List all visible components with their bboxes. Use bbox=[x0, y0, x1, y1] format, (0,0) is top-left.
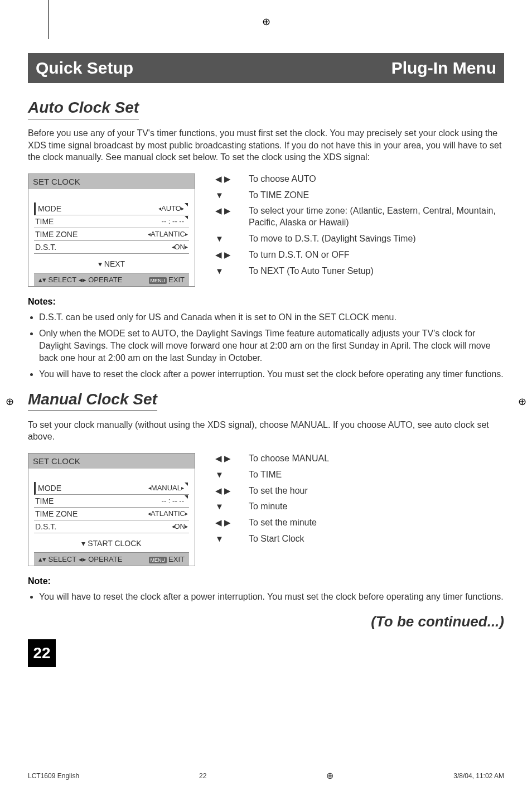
step-text: To choose AUTO bbox=[249, 173, 316, 185]
step-text: To TIME ZONE bbox=[249, 190, 309, 201]
osd-row-dst: D.S.T. ◂ON▸ bbox=[34, 520, 189, 533]
osd-value: MANUAL bbox=[151, 484, 181, 492]
step-text: To minute bbox=[249, 501, 287, 513]
footer-center: 22 bbox=[199, 772, 206, 780]
osd-value: ON bbox=[175, 522, 186, 530]
step-text: To TIME bbox=[249, 469, 282, 481]
left-right-icon: ◀ ▶ bbox=[215, 249, 232, 261]
osd-value: ON bbox=[175, 243, 186, 251]
step-text: To turn D.S.T. ON or OFF bbox=[249, 249, 349, 261]
note-item: D.S.T. can be used only for US and Canad… bbox=[39, 311, 504, 324]
osd-menu-key: MENU bbox=[149, 277, 167, 284]
header-right: Plug-In Menu bbox=[391, 59, 496, 78]
down-icon: ▼ bbox=[215, 266, 232, 277]
down-icon: ▼ bbox=[215, 469, 232, 481]
osd-help: ▴▾ SELECT ◂▸ OPERATE MENUEXIT bbox=[34, 552, 189, 566]
osd-label: TIME ZONE bbox=[35, 230, 78, 239]
left-right-icon: ◀ ▶ bbox=[215, 453, 232, 465]
step-text: To set the minute bbox=[249, 517, 317, 529]
osd-value: ATLANTIC bbox=[151, 230, 185, 238]
footer-left: LCT1609 English bbox=[28, 772, 79, 780]
osd-value: -- : -- -- bbox=[162, 496, 184, 505]
auto-osd-title: SET CLOCK bbox=[28, 173, 195, 189]
manual-osd-title: SET CLOCK bbox=[28, 453, 195, 469]
header-banner: Quick Setup Plug-In Menu bbox=[28, 53, 504, 83]
header-left: Quick Setup bbox=[36, 59, 133, 78]
note-item: You will have to reset the clock after a… bbox=[39, 368, 504, 380]
auto-steps: ◀ ▶To choose AUTO ▼To TIME ZONE ◀ ▶To se… bbox=[215, 173, 504, 287]
osd-exit: EXIT bbox=[168, 276, 185, 284]
osd-row-time: TIME -- : -- -- bbox=[34, 495, 189, 508]
manual-osd-panel: SET CLOCK MODE ◂MANUAL▸ TIME -- : -- -- … bbox=[28, 453, 195, 566]
osd-label: TIME ZONE bbox=[35, 509, 78, 518]
osd-help-left: ▴▾ SELECT ◂▸ OPERATE bbox=[38, 276, 122, 284]
down-icon: ▼ bbox=[215, 501, 232, 513]
osd-value: -- : -- -- bbox=[162, 217, 184, 225]
step-text: To choose MANUAL bbox=[249, 453, 329, 465]
osd-label: TIME bbox=[35, 496, 54, 505]
osd-value: ATLANTIC bbox=[151, 509, 185, 518]
osd-label: D.S.T. bbox=[35, 243, 56, 252]
left-right-icon: ◀ ▶ bbox=[215, 485, 232, 497]
osd-foot: ▾ START CLOCK bbox=[34, 533, 189, 552]
osd-row-time: TIME -- : -- -- bbox=[34, 215, 189, 228]
osd-label: D.S.T. bbox=[35, 522, 56, 531]
manual-intro: To set your clock manually (without usin… bbox=[28, 419, 504, 443]
step-text: To Start Clock bbox=[249, 533, 304, 545]
note-item: Only when the MODE set to AUTO, the Dayl… bbox=[39, 327, 504, 364]
osd-row-timezone: TIME ZONE ◂ATLANTIC▸ bbox=[34, 228, 189, 241]
left-right-icon: ◀ ▶ bbox=[215, 205, 232, 229]
osd-label: MODE bbox=[38, 204, 61, 213]
step-text: To select your time zone: (Atlantic, Eas… bbox=[249, 205, 504, 229]
left-right-icon: ◀ ▶ bbox=[215, 173, 232, 185]
down-icon: ▼ bbox=[215, 233, 232, 245]
osd-exit: EXIT bbox=[168, 555, 185, 563]
auto-title: Auto Clock Set bbox=[28, 99, 139, 119]
osd-label: MODE bbox=[38, 484, 61, 493]
manual-notes-heading: Note: bbox=[28, 576, 504, 586]
step-text: To set the hour bbox=[249, 485, 308, 497]
footer-right: 3/8/04, 11:02 AM bbox=[453, 772, 504, 780]
down-icon: ▼ bbox=[215, 533, 232, 545]
manual-notes-list: You will have to reset the clock after a… bbox=[28, 591, 504, 603]
step-text: To NEXT (To Auto Tuner Setup) bbox=[249, 266, 374, 277]
auto-notes-list: D.S.T. can be used only for US and Canad… bbox=[28, 311, 504, 380]
continued-text: (To be continued...) bbox=[28, 613, 504, 630]
page-number: 22 bbox=[28, 639, 56, 667]
footer: LCT1609 English 22 ⊕ 3/8/04, 11:02 AM bbox=[28, 770, 504, 781]
step-text: To move to D.S.T. (Daylight Savings Time… bbox=[249, 233, 416, 245]
osd-label: TIME bbox=[35, 217, 54, 226]
auto-notes-heading: Notes: bbox=[28, 297, 504, 307]
down-icon: ▼ bbox=[215, 190, 232, 201]
note-item: You will have to reset the clock after a… bbox=[39, 591, 504, 603]
osd-row-mode: MODE ◂AUTO▸ bbox=[34, 202, 189, 215]
osd-help-left: ▴▾ SELECT ◂▸ OPERATE bbox=[38, 555, 122, 563]
osd-row-dst: D.S.T. ◂ON▸ bbox=[34, 241, 189, 254]
left-right-icon: ◀ ▶ bbox=[215, 517, 232, 529]
osd-help: ▴▾ SELECT ◂▸ OPERATE MENUEXIT bbox=[34, 273, 189, 286]
osd-value: AUTO bbox=[161, 204, 181, 213]
print-mark-bottom: ⊕ bbox=[326, 770, 333, 781]
auto-osd-panel: SET CLOCK MODE ◂AUTO▸ TIME -- : -- -- TI… bbox=[28, 173, 195, 287]
osd-menu-key: MENU bbox=[149, 557, 167, 563]
manual-title: Manual Clock Set bbox=[28, 390, 157, 411]
osd-foot: ▾ NEXT bbox=[34, 254, 189, 273]
manual-steps: ◀ ▶To choose MANUAL ▼To TIME ◀ ▶To set t… bbox=[215, 453, 504, 566]
osd-row-timezone: TIME ZONE ◂ATLANTIC▸ bbox=[34, 508, 189, 520]
osd-row-mode: MODE ◂MANUAL▸ bbox=[34, 482, 189, 495]
auto-intro: Before you use any of your TV's timer fu… bbox=[28, 127, 504, 163]
